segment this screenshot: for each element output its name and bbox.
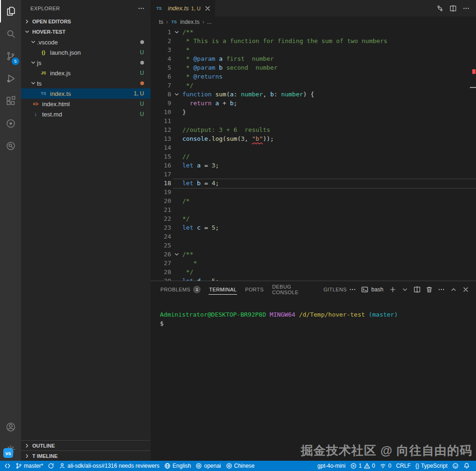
code-line-16[interactable]: 16let a = 3; bbox=[151, 161, 476, 170]
ports-indicator[interactable]: 0 bbox=[377, 461, 394, 471]
code-line-9[interactable]: 9 return a + b; bbox=[151, 99, 476, 108]
code-line-18[interactable]: 18let b = 4; bbox=[151, 179, 476, 188]
split-editor-icon[interactable] bbox=[447, 2, 459, 14]
tree-folder-.vscode[interactable]: .vscode bbox=[21, 37, 151, 47]
code-line-8[interactable]: 8function sum(a: number, b: number) { bbox=[151, 90, 476, 99]
code-text: let d = 5; bbox=[182, 276, 219, 281]
code-line-17[interactable]: 17 bbox=[151, 170, 476, 179]
source-control-icon[interactable]: 5 bbox=[0, 45, 21, 67]
code-line-24[interactable]: 24 bbox=[151, 232, 476, 241]
breadcrumb-file[interactable]: index.ts bbox=[180, 19, 199, 25]
fold-icon bbox=[171, 143, 182, 152]
outline-section[interactable]: OUTLINE bbox=[21, 440, 151, 450]
code-line-7[interactable]: 7 */ bbox=[151, 81, 476, 90]
code-line-5[interactable]: 5 * @param b second number bbox=[151, 63, 476, 72]
extension-search-icon[interactable] bbox=[0, 135, 21, 157]
code-line-27[interactable]: 27 * bbox=[151, 259, 476, 268]
terminal-shell-selector[interactable]: bash bbox=[358, 286, 386, 293]
remote-indicator[interactable] bbox=[2, 461, 13, 471]
code-line-12[interactable]: 12//output: 3 + 6 results bbox=[151, 125, 476, 134]
kill-terminal-icon[interactable] bbox=[424, 284, 435, 295]
code-line-29[interactable]: 29let d = 5; bbox=[151, 276, 476, 281]
breadcrumb-symbol[interactable]: ... bbox=[207, 19, 212, 25]
search-icon[interactable] bbox=[0, 22, 21, 45]
panel-more-tabs-icon[interactable] bbox=[347, 284, 358, 295]
translate-chinese-indicator[interactable]: Chinese bbox=[224, 461, 257, 471]
panel-more-actions-icon[interactable] bbox=[436, 284, 447, 295]
code-line-1[interactable]: 1/** bbox=[151, 28, 476, 36]
code-line-26[interactable]: 26/** bbox=[151, 250, 476, 259]
run-debug-icon[interactable] bbox=[0, 67, 21, 90]
code-line-3[interactable]: 3 * bbox=[151, 45, 476, 54]
remote-explorer-icon[interactable] bbox=[0, 112, 21, 135]
tree-folder-ts[interactable]: ts bbox=[21, 78, 151, 88]
github-reviewers-indicator[interactable]: ali-sdk/ali-oss#1316 needs reviewers bbox=[57, 461, 162, 471]
tree-file-index.ts[interactable]: TSindex.ts1, U bbox=[21, 88, 151, 99]
tree-file-launch.json[interactable]: {}launch.jsonU bbox=[21, 47, 151, 58]
code-line-20[interactable]: 20/* bbox=[151, 196, 476, 205]
terminal-dropdown-icon[interactable] bbox=[399, 284, 411, 295]
workspace-root-section[interactable]: HOVER-TEST bbox=[21, 27, 151, 37]
explorer-more-actions-icon[interactable] bbox=[137, 5, 145, 12]
code-line-15[interactable]: 15// bbox=[151, 152, 476, 161]
sync-changes-indicator[interactable] bbox=[45, 461, 57, 471]
fold-icon bbox=[171, 99, 182, 108]
code-line-11[interactable]: 11 bbox=[151, 116, 476, 125]
tab-index-ts[interactable]: TS index.ts 1, U bbox=[151, 0, 215, 16]
editor-more-actions-icon[interactable] bbox=[460, 2, 472, 14]
panel-tab-terminal[interactable]: TERMINAL bbox=[209, 285, 237, 295]
code-line-2[interactable]: 2 * This is a function for finding the s… bbox=[151, 36, 476, 45]
panel-tab-ports[interactable]: PORTS bbox=[245, 285, 264, 295]
fold-icon bbox=[171, 108, 182, 116]
tree-folder-js[interactable]: js bbox=[21, 58, 151, 68]
code-line-19[interactable]: 19 bbox=[151, 188, 476, 196]
code-editor[interactable]: 1/**2 * This is a function for finding t… bbox=[151, 28, 476, 281]
tab-close-icon[interactable] bbox=[203, 4, 212, 13]
timeline-section[interactable]: T IMELINE bbox=[21, 450, 151, 461]
code-line-28[interactable]: 28 */ bbox=[151, 268, 476, 276]
toggle-changes-icon[interactable] bbox=[434, 2, 446, 14]
explorer-icon[interactable] bbox=[0, 0, 21, 22]
code-line-4[interactable]: 4 * @param a first number bbox=[151, 54, 476, 63]
new-terminal-icon[interactable] bbox=[387, 284, 398, 295]
problems-indicator[interactable]: 10 bbox=[348, 461, 377, 471]
status-label: TypeScript bbox=[421, 463, 447, 469]
code-line-21[interactable]: 21 bbox=[151, 205, 476, 214]
tree-file-test.md[interactable]: ↓test.mdU bbox=[21, 109, 151, 119]
code-line-23[interactable]: 23let c = 5; bbox=[151, 223, 476, 232]
panel-tab-gitlens[interactable]: GITLENS bbox=[323, 285, 347, 295]
fold-icon bbox=[171, 179, 182, 188]
terminal-output[interactable]: Administrator@DESKTOP-BR92P8D MINGW64 /d… bbox=[151, 298, 476, 461]
account-icon[interactable] bbox=[0, 416, 21, 438]
file-label: index.ts bbox=[50, 90, 71, 97]
fold-icon[interactable] bbox=[171, 250, 182, 259]
panel-tab-debug-console[interactable]: DEBUG CONSOLE bbox=[272, 282, 316, 297]
tree-file-index.js[interactable]: JSindex.jsU bbox=[21, 68, 151, 78]
model-indicator[interactable]: gpt-4o-mini bbox=[315, 461, 348, 471]
panel-close-icon[interactable] bbox=[460, 284, 471, 295]
openai-indicator[interactable]: openai bbox=[193, 461, 223, 471]
line-number: 29 bbox=[151, 276, 171, 281]
translate-english-indicator[interactable]: English bbox=[162, 461, 193, 471]
panel-maximize-icon[interactable] bbox=[448, 284, 459, 295]
code-line-13[interactable]: 13console.log(sum(3, "b")); bbox=[151, 134, 476, 143]
code-line-6[interactable]: 6 * @returns bbox=[151, 72, 476, 81]
fold-icon[interactable] bbox=[171, 28, 182, 36]
breadcrumb-folder[interactable]: ts bbox=[159, 19, 163, 25]
eol-indicator[interactable]: CRLF bbox=[394, 461, 413, 471]
code-line-25[interactable]: 25 bbox=[151, 241, 476, 250]
split-terminal-icon[interactable] bbox=[411, 284, 423, 295]
tree-file-index.html[interactable]: <>index.htmlU bbox=[21, 99, 151, 109]
notifications-bell[interactable] bbox=[461, 461, 472, 471]
feedback-smiley[interactable] bbox=[450, 461, 461, 471]
code-line-22[interactable]: 22*/ bbox=[151, 214, 476, 223]
code-line-10[interactable]: 10} bbox=[151, 108, 476, 116]
panel-tab-problems[interactable]: PROBLEMS1 bbox=[160, 284, 201, 296]
extensions-icon[interactable] bbox=[0, 90, 21, 112]
code-line-14[interactable]: 14 bbox=[151, 143, 476, 152]
git-branch-indicator[interactable]: master* bbox=[13, 461, 45, 471]
file-label: launch.json bbox=[50, 49, 81, 56]
fold-icon[interactable] bbox=[171, 90, 182, 99]
open-editors-section[interactable]: OPEN EDITORS bbox=[21, 16, 151, 27]
language-indicator[interactable]: {}TypeScript bbox=[413, 461, 450, 471]
